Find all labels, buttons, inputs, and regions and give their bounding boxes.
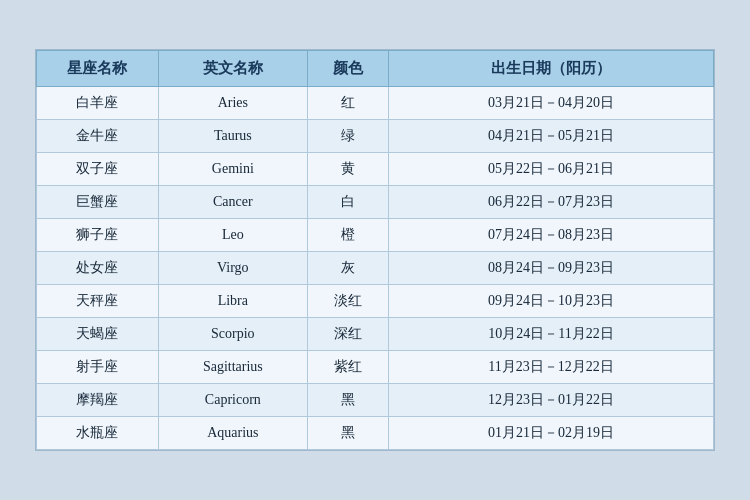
table-row: 双子座Gemini黄05月22日－06月21日 xyxy=(37,153,714,186)
table-row: 巨蟹座Cancer白06月22日－07月23日 xyxy=(37,186,714,219)
table-row: 处女座Virgo灰08月24日－09月23日 xyxy=(37,252,714,285)
cell-english: Sagittarius xyxy=(158,351,307,384)
cell-date: 03月21日－04月20日 xyxy=(389,87,714,120)
header-date: 出生日期（阳历） xyxy=(389,51,714,87)
header-chinese: 星座名称 xyxy=(37,51,159,87)
cell-date: 12月23日－01月22日 xyxy=(389,384,714,417)
cell-color: 红 xyxy=(307,87,388,120)
table-row: 天蝎座Scorpio深红10月24日－11月22日 xyxy=(37,318,714,351)
cell-english: Gemini xyxy=(158,153,307,186)
cell-color: 黄 xyxy=(307,153,388,186)
cell-chinese: 金牛座 xyxy=(37,120,159,153)
zodiac-table-container: 星座名称 英文名称 颜色 出生日期（阳历） 白羊座Aries红03月21日－04… xyxy=(35,49,715,451)
cell-chinese: 双子座 xyxy=(37,153,159,186)
cell-color: 橙 xyxy=(307,219,388,252)
cell-date: 11月23日－12月22日 xyxy=(389,351,714,384)
table-row: 白羊座Aries红03月21日－04月20日 xyxy=(37,87,714,120)
cell-english: Aries xyxy=(158,87,307,120)
cell-color: 紫红 xyxy=(307,351,388,384)
cell-english: Capricorn xyxy=(158,384,307,417)
cell-chinese: 处女座 xyxy=(37,252,159,285)
cell-date: 06月22日－07月23日 xyxy=(389,186,714,219)
zodiac-table: 星座名称 英文名称 颜色 出生日期（阳历） 白羊座Aries红03月21日－04… xyxy=(36,50,714,450)
cell-color: 灰 xyxy=(307,252,388,285)
table-row: 金牛座Taurus绿04月21日－05月21日 xyxy=(37,120,714,153)
cell-chinese: 狮子座 xyxy=(37,219,159,252)
cell-english: Scorpio xyxy=(158,318,307,351)
cell-color: 淡红 xyxy=(307,285,388,318)
table-header-row: 星座名称 英文名称 颜色 出生日期（阳历） xyxy=(37,51,714,87)
cell-chinese: 摩羯座 xyxy=(37,384,159,417)
cell-chinese: 巨蟹座 xyxy=(37,186,159,219)
cell-english: Virgo xyxy=(158,252,307,285)
cell-chinese: 天蝎座 xyxy=(37,318,159,351)
table-body: 白羊座Aries红03月21日－04月20日金牛座Taurus绿04月21日－0… xyxy=(37,87,714,450)
table-row: 狮子座Leo橙07月24日－08月23日 xyxy=(37,219,714,252)
cell-date: 05月22日－06月21日 xyxy=(389,153,714,186)
cell-english: Libra xyxy=(158,285,307,318)
cell-date: 08月24日－09月23日 xyxy=(389,252,714,285)
cell-english: Aquarius xyxy=(158,417,307,450)
cell-chinese: 天秤座 xyxy=(37,285,159,318)
table-row: 射手座Sagittarius紫红11月23日－12月22日 xyxy=(37,351,714,384)
cell-date: 10月24日－11月22日 xyxy=(389,318,714,351)
cell-color: 深红 xyxy=(307,318,388,351)
cell-color: 黑 xyxy=(307,417,388,450)
cell-date: 07月24日－08月23日 xyxy=(389,219,714,252)
cell-chinese: 白羊座 xyxy=(37,87,159,120)
cell-english: Leo xyxy=(158,219,307,252)
header-color: 颜色 xyxy=(307,51,388,87)
cell-color: 黑 xyxy=(307,384,388,417)
cell-english: Taurus xyxy=(158,120,307,153)
table-row: 天秤座Libra淡红09月24日－10月23日 xyxy=(37,285,714,318)
cell-chinese: 射手座 xyxy=(37,351,159,384)
cell-color: 绿 xyxy=(307,120,388,153)
cell-english: Cancer xyxy=(158,186,307,219)
cell-color: 白 xyxy=(307,186,388,219)
table-row: 水瓶座Aquarius黑01月21日－02月19日 xyxy=(37,417,714,450)
cell-date: 01月21日－02月19日 xyxy=(389,417,714,450)
cell-date: 04月21日－05月21日 xyxy=(389,120,714,153)
header-english: 英文名称 xyxy=(158,51,307,87)
table-row: 摩羯座Capricorn黑12月23日－01月22日 xyxy=(37,384,714,417)
cell-chinese: 水瓶座 xyxy=(37,417,159,450)
cell-date: 09月24日－10月23日 xyxy=(389,285,714,318)
